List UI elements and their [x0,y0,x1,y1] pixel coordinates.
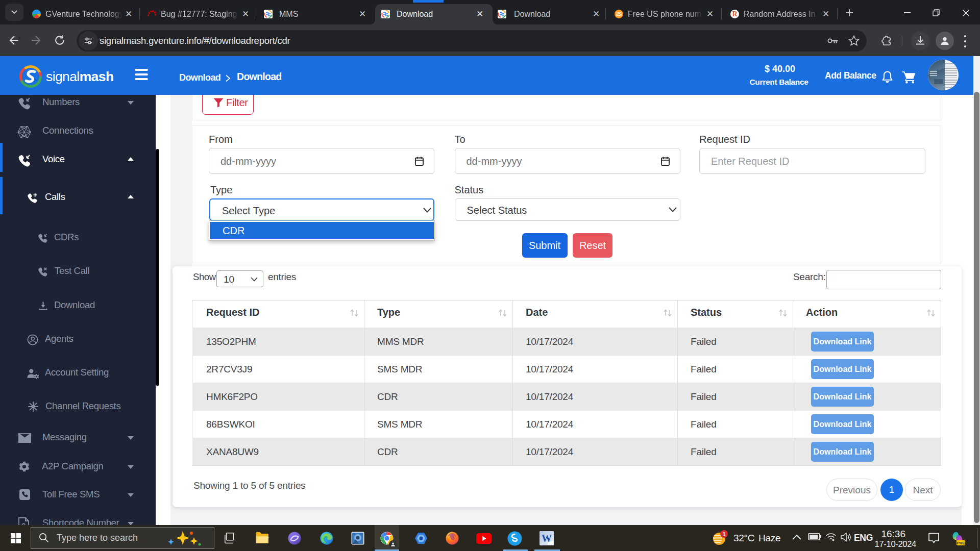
svg-text:PRE: PRE [957,541,965,545]
svg-text:1: 1 [722,531,725,537]
svg-text:R: R [732,10,738,18]
